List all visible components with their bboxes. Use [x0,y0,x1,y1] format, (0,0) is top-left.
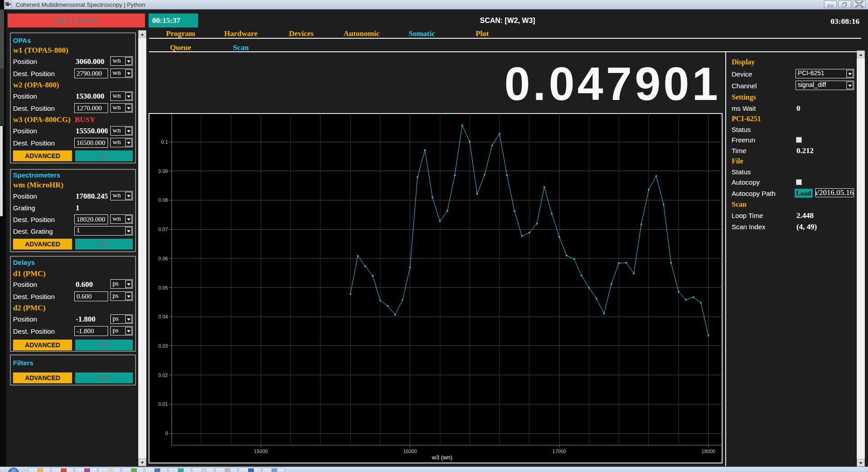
svg-text:16000: 16000 [403,449,417,454]
svg-text:0.04: 0.04 [158,314,168,319]
svg-text:0.01: 0.01 [158,401,168,407]
svg-text:0.03: 0.03 [158,343,168,349]
svg-text:0: 0 [165,431,168,436]
svg-text:0.06: 0.06 [158,256,168,261]
svg-text:15000: 15000 [254,449,268,454]
svg-text:18000: 18000 [701,449,715,454]
svg-text:w3 (wn): w3 (wn) [431,454,452,461]
svg-text:0.02: 0.02 [158,372,168,378]
svg-text:0.1: 0.1 [161,139,168,145]
svg-text:0.05: 0.05 [158,285,168,290]
svg-text:17000: 17000 [552,449,566,454]
svg-text:0.07: 0.07 [158,227,168,232]
svg-text:0.09: 0.09 [158,168,168,174]
svg-text:0.08: 0.08 [158,197,168,203]
